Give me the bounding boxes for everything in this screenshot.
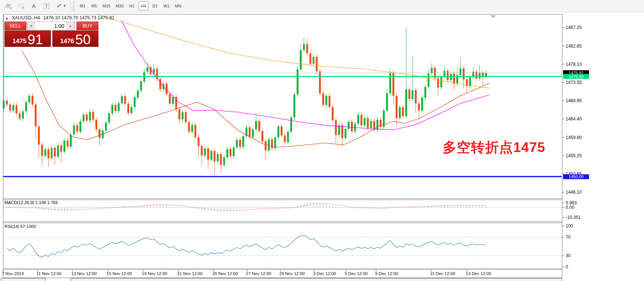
chevron-down-icon: ▼ — [63, 4, 66, 8]
volume-increase-button[interactable]: ▲ — [66, 22, 74, 30]
timeframe-button-H1[interactable]: H1 — [127, 1, 137, 10]
date-tick-label: 25 Nov 12:00 — [212, 271, 238, 276]
macd-tick-label: -10.351 — [566, 215, 581, 220]
timeframe-button-M1[interactable]: M1 — [78, 1, 88, 10]
sell-price-big-figure: 1475 — [13, 38, 27, 44]
rsi-tick-label: 100 — [566, 223, 573, 229]
timeframe-button-M15[interactable]: M15 — [101, 1, 112, 10]
timeframe-button-H4[interactable]: H4 — [139, 1, 149, 10]
text-icon[interactable]: A — [28, 1, 39, 11]
date-tick-label: 7 Nov 2019 — [2, 271, 24, 276]
sell-price-quote[interactable]: 1475 91 — [4, 30, 51, 47]
macd-label: MACD(12,26,9) 2.198 1.765 — [4, 200, 58, 205]
date-tick-label: 9 Dec 12:00 — [375, 271, 398, 276]
price-tick-label: 1468.95 — [566, 98, 582, 103]
price-tick-label: 1478.10 — [566, 62, 582, 67]
svg-text:E: E — [10, 7, 12, 9]
volume-decrease-button[interactable]: ▼ — [27, 22, 35, 30]
rsi-label: RSI(14) 57.1300 — [4, 224, 36, 229]
toolbar-separator — [70, 1, 71, 10]
timeframe-button-W1[interactable]: W1 — [162, 1, 172, 10]
bottom-panel-stub — [1, 278, 46, 281]
buy-price-big-figure: 1476 — [60, 38, 74, 44]
timeframe-group: M1M5M15M30H1H4D1W1MN — [78, 1, 183, 10]
collapse-arrow-icon[interactable]: ▲ — [5, 16, 9, 20]
volume-input[interactable] — [35, 22, 66, 30]
date-tick-label: 29 Nov 12:00 — [279, 271, 305, 276]
price-tick-label: 1482.65 — [566, 43, 582, 49]
chevron-down-icon: ▼ — [30, 24, 33, 28]
one-click-trading-panel: SELL ▼ ▲ BUY 1475 91 1476 50 — [4, 22, 98, 47]
price-tick-label: 1473.55 — [566, 80, 582, 85]
date-tick-label: 3 Dec 12:00 — [313, 271, 336, 276]
price-tick-label: 1459.80 — [566, 135, 582, 140]
symbol-header: ▲ XAUUSD-,H4 1476.10 1476.70 1475.73 147… — [5, 15, 114, 20]
timeframe-button-MN[interactable]: MN — [173, 1, 183, 10]
svg-text:F: F — [23, 7, 24, 9]
macd-tick-label: 0.00 — [566, 205, 574, 210]
volume-stepper: ▼ ▲ — [27, 22, 75, 30]
price-tick-label: 1464.40 — [566, 116, 582, 122]
mt4-window: E F A T ▼ M1M5M15M30H1H4D1W1MN ▲ XAUUSD-… — [0, 0, 644, 281]
buy-button[interactable]: BUY — [77, 22, 98, 30]
date-tick-label: 15 Nov 12:00 — [107, 271, 132, 276]
price-tick-label: 1487.25 — [566, 25, 582, 30]
date-tick-label: 27 Nov 12:00 — [246, 271, 271, 276]
bottom-panel-stub — [71, 278, 562, 281]
price-tick-label: 1446.10 — [566, 190, 582, 195]
toolbar: E F A T ▼ M1M5M15M30H1H4D1W1MN — [0, 0, 644, 12]
rsi-tick-label: 0 — [566, 264, 568, 269]
date-tick-label: 13 Dec 12:00 — [466, 271, 491, 276]
arrows-icon[interactable]: ▼ — [53, 1, 68, 11]
date-tick-label: 19 Nov 12:00 — [142, 271, 167, 276]
chevron-up-icon: ▲ — [69, 24, 72, 28]
date-tick-label: 13 Nov 12:00 — [71, 271, 97, 276]
rsi-tick-label: 30 — [566, 253, 570, 258]
chart-text-annotation: 多空转折点1475 — [443, 138, 545, 157]
date-tick-label: 11 Dec 12:00 — [430, 271, 455, 276]
buy-price-quote[interactable]: 1476 50 — [52, 30, 98, 47]
ohlc-values: 1476.10 1476.70 1475.73 1475.92 — [43, 15, 114, 20]
buy-price-pips: 50 — [75, 34, 91, 45]
rsi-tick-label: 70 — [566, 235, 570, 240]
sell-price-pips: 91 — [27, 34, 43, 45]
chart-title: XAUUSD-,H4 — [12, 15, 40, 20]
grid-icon[interactable]: F — [16, 1, 27, 11]
price-tick-label: 1455.25 — [566, 153, 582, 158]
sell-button[interactable]: SELL — [4, 22, 26, 30]
date-tick-label: 21 Nov 12:00 — [177, 271, 202, 276]
price-marker-1450.00: 1450.00 — [563, 174, 589, 179]
drawing-tools-group: E F A T ▼ — [3, 1, 68, 11]
timeframe-button-D1[interactable]: D1 — [150, 1, 160, 10]
textbox-icon[interactable]: T — [41, 1, 52, 11]
timeframe-button-M5[interactable]: M5 — [89, 1, 99, 10]
toolbar-grip — [73, 1, 76, 10]
date-tick-label: 11 Nov 12:00 — [36, 271, 62, 276]
date-tick-label: 5 Dec 12:00 — [345, 271, 368, 276]
price-marker-1475.00: 1475.00 — [563, 74, 589, 79]
draw-pattern-icon[interactable]: E — [3, 1, 14, 11]
timeframe-button-M30[interactable]: M30 — [114, 1, 125, 10]
